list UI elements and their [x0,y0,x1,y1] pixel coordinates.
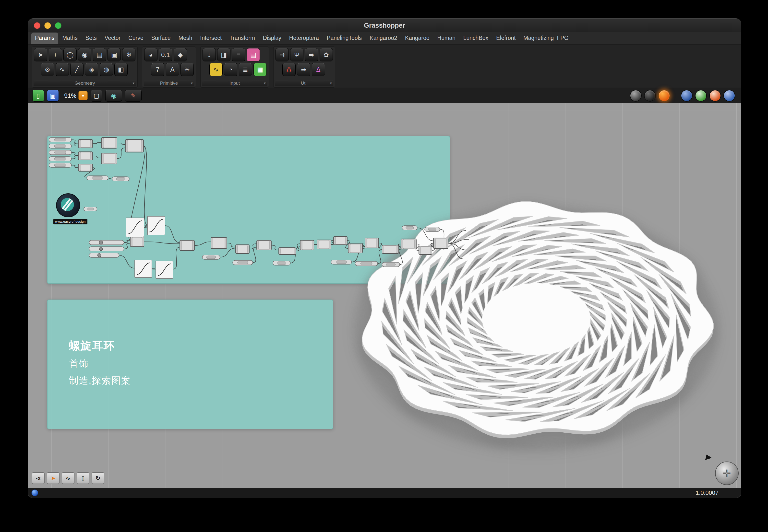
graph-mapper-icon[interactable]: ∿ [210,63,223,76]
node-c[interactable] [211,237,227,249]
node-P[interactable] [147,216,165,235]
cluster-icon[interactable]: ✿ [320,48,333,61]
group-expand-icon[interactable]: ▾ [132,81,134,85]
panel-icon[interactable]: ▤ [247,48,260,61]
brep-param-icon[interactable]: ▤ [93,48,106,61]
display-green-ball[interactable] [695,90,707,102]
read-file-icon[interactable]: ≣ [239,63,252,76]
text-param-icon[interactable]: A [166,63,179,76]
node-p[interactable] [233,260,253,265]
tab-human[interactable]: Human [434,33,459,44]
field-param-icon[interactable]: ❄ [122,48,135,61]
path-param-icon[interactable]: ✳ [180,63,194,76]
tab-kangaroo2[interactable]: Kangaroo2 [366,33,401,44]
canvas[interactable]: 螺旋耳环 首饰 制造,探索图案 www.easyref.design -x➤∿▯… [28,103,741,488]
history-button[interactable]: ↻ [92,472,104,484]
select-arrow-icon[interactable]: ➤ [34,48,47,61]
tab-elefront[interactable]: Elefront [492,33,519,44]
plane-param-icon[interactable]: ◈ [85,63,98,76]
tab-maths[interactable]: Maths [58,33,81,44]
box-param-icon[interactable]: ▣ [107,48,121,61]
tab-params[interactable]: Params [31,33,58,44]
jump-in-icon[interactable]: ➡ [305,48,318,61]
tag-button[interactable]: ➤ [47,472,59,484]
node-c[interactable] [125,139,143,152]
new-file-button[interactable]: ▯ [32,90,44,102]
point-param-icon[interactable]: + [49,48,62,61]
preview-wireframe-ball[interactable] [644,90,656,102]
expression-button[interactable]: -x [32,472,45,484]
node-c[interactable] [130,237,144,247]
node-c[interactable] [78,139,92,148]
display-blue2-ball[interactable] [723,90,735,102]
node-p[interactable] [382,262,400,267]
node-c[interactable] [236,245,249,254]
paint-tool-button[interactable]: ✎ [125,90,141,102]
tab-magnetizing_fpg[interactable]: Magnetizing_FPG [520,33,572,44]
group-expand-icon[interactable]: ▾ [191,81,193,85]
preview-off-ball[interactable] [630,90,642,102]
group-expand-icon[interactable]: ▾ [264,81,266,85]
node-s[interactable] [89,240,124,245]
node-c[interactable] [101,153,117,164]
title-bar[interactable]: Grasshopper [28,19,741,32]
surface-param-icon[interactable]: ◧ [114,63,127,76]
tab-display[interactable]: Display [259,33,285,44]
node-p[interactable] [331,260,352,264]
node-p[interactable] [402,226,417,230]
tab-curve[interactable]: Curve [125,33,147,44]
value-list-icon[interactable]: ≡ [232,48,245,61]
node-p[interactable] [355,261,378,266]
boolean-toggle-icon[interactable]: ◨ [217,48,231,61]
node-s[interactable] [89,253,119,257]
node-p[interactable] [202,255,220,259]
status-indicator-icon[interactable] [31,489,38,496]
node-c[interactable] [334,236,347,245]
data-tree-icon[interactable]: Ψ [290,48,303,61]
node-c[interactable] [382,245,399,254]
close-button[interactable] [34,22,40,29]
node-c[interactable] [365,238,379,248]
node-c[interactable] [78,164,92,171]
node-c[interactable] [180,240,195,251]
tab-surface[interactable]: Surface [148,33,174,44]
tab-transform[interactable]: Transform [226,33,259,44]
zoom-dropdown[interactable]: ▾ [78,91,88,100]
tab-intersect[interactable]: Intersect [197,33,225,44]
node-p[interactable] [49,150,71,155]
relay-icon[interactable]: ⇉ [276,48,289,61]
boolean-param-icon[interactable]: ◕ [144,48,157,61]
node-P[interactable] [156,261,173,278]
integer-param-icon[interactable]: 7 [151,63,164,76]
zoom-extents-button[interactable]: ▢ [91,90,102,102]
navigation-ball[interactable]: ✛ [715,462,739,485]
cherry-picker-icon[interactable]: ⁂ [282,63,296,76]
node-c[interactable] [300,240,314,250]
node-p[interactable] [49,163,71,167]
circular-arc-icon[interactable]: ◉ [78,48,91,61]
node-c[interactable] [419,246,432,254]
graph-button[interactable]: ∿ [62,472,74,484]
node-p[interactable] [49,144,71,148]
node-c[interactable] [257,240,271,250]
data-param-icon[interactable]: ◆ [173,48,187,61]
node-P[interactable] [126,218,144,237]
tab-sets[interactable]: Sets [82,33,100,44]
tab-panelingtools[interactable]: PanelingTools [323,33,365,44]
gradient-icon[interactable]: ▦ [254,63,267,76]
node-p[interactable] [273,261,291,265]
node-c[interactable] [433,238,448,249]
node-p[interactable] [425,227,440,231]
node-p[interactable] [112,177,129,181]
tab-lunchbox[interactable]: LunchBox [460,33,492,44]
number-param-icon[interactable]: 0.1 [159,48,172,61]
panel-button[interactable]: ▯ [77,472,89,484]
knob-icon[interactable]: ◔ [224,63,237,76]
node-s[interactable] [89,247,124,251]
node-c[interactable] [317,240,331,249]
maximize-button[interactable] [55,22,61,29]
node-c[interactable] [279,248,296,254]
minimize-button[interactable] [44,22,51,29]
node-p[interactable] [49,138,71,142]
galapagos-icon[interactable]: Δ [312,63,325,76]
